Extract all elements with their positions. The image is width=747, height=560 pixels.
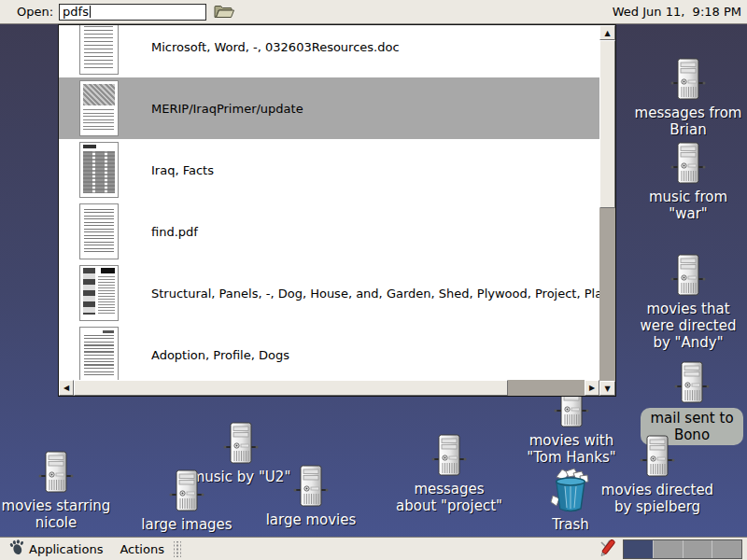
vertical-scrollbar[interactable]: ▲ ▼ bbox=[599, 25, 615, 396]
scroll-right-button[interactable]: ▶ bbox=[585, 380, 599, 396]
desktop-icon-label: movies thatwere directedby "Andy" bbox=[641, 301, 737, 351]
desktop-icon-movies-directed-by-spielberg[interactable]: movies directedby spielberg bbox=[592, 433, 723, 515]
computer-icon bbox=[169, 468, 204, 512]
clock[interactable]: Wed Jun 11, 9:18 PM bbox=[613, 5, 741, 19]
file-list: Microsoft, Word, -, 032603Resources.docM… bbox=[59, 25, 599, 380]
desktop-icon-label: messagesabout "project" bbox=[396, 481, 502, 514]
workspace-switcher bbox=[623, 539, 742, 559]
horizontal-scrollbar-thumb[interactable] bbox=[74, 380, 508, 396]
desktop-screen: messages fromBrian music from"war" movie… bbox=[0, 0, 747, 560]
desktop-icon-music-from-war[interactable]: music from"war" bbox=[623, 140, 747, 222]
list-item-label: Structural, Panels, -, Dog, House, and, … bbox=[151, 287, 599, 301]
desktop-icon-label: movies directedby spielberg bbox=[601, 482, 713, 515]
list-item[interactable]: MERIP/IraqPrimer/update bbox=[59, 77, 599, 139]
desktop-icon-movies-directed-by-andy[interactable]: movies thatwere directedby "Andy" bbox=[623, 252, 747, 351]
gnome-foot-icon bbox=[8, 539, 24, 558]
scroll-up-button[interactable]: ▲ bbox=[599, 25, 615, 40]
desktop-icon-label: movies starringnicole bbox=[2, 497, 111, 531]
list-item[interactable]: Structural, Panels, -, Dog, House, and, … bbox=[59, 262, 599, 324]
workspace-2[interactable] bbox=[654, 540, 684, 558]
computer-icon bbox=[640, 433, 675, 478]
computer-icon bbox=[674, 359, 710, 404]
desktop-icon-large-images[interactable]: large images bbox=[121, 468, 252, 533]
list-item-label: MERIP/IraqPrimer/update bbox=[151, 102, 303, 116]
horizontal-scrollbar[interactable]: ◀ ▶ bbox=[59, 380, 599, 396]
horizontal-scrollbar-trough[interactable] bbox=[74, 380, 585, 396]
computer-icon bbox=[670, 140, 706, 185]
list-item[interactable]: Adoption, Profile, Dogs bbox=[59, 324, 599, 380]
workspace-4[interactable] bbox=[712, 540, 741, 558]
applications-menu[interactable]: Applications bbox=[0, 538, 111, 560]
desktop-icon-label: messages fromBrian bbox=[635, 105, 742, 138]
actions-menu[interactable]: Actions bbox=[111, 538, 173, 560]
document-thumbnail bbox=[79, 25, 119, 75]
document-thumbnail bbox=[79, 265, 119, 321]
list-item-label: Iraq, Facts bbox=[151, 163, 214, 177]
desktop-icon-movies-starring-nicole[interactable]: movies starringnicole bbox=[0, 449, 121, 531]
computer-icon bbox=[670, 252, 706, 297]
list-item-label: Microsoft, Word, -, 032603Resources.doc bbox=[151, 40, 400, 54]
vertical-scrollbar-thumb[interactable] bbox=[599, 40, 615, 208]
computer-icon bbox=[670, 56, 706, 101]
text-caret bbox=[90, 6, 91, 18]
document-thumbnail bbox=[79, 203, 119, 259]
trash-icon bbox=[549, 468, 592, 512]
list-item-label: Adoption, Profile, Dogs bbox=[151, 348, 289, 362]
computer-icon bbox=[223, 420, 259, 465]
desktop-icon-label: music from"war" bbox=[649, 189, 727, 222]
desktop-icon-label: large movies bbox=[266, 511, 357, 528]
vertical-scrollbar-trough[interactable] bbox=[599, 40, 615, 381]
desktop-icon-label: large images bbox=[141, 516, 232, 533]
list-item[interactable]: find.pdf bbox=[59, 201, 599, 262]
desktop-icon-messages-from-brian[interactable]: messages fromBrian bbox=[623, 56, 747, 138]
top-panel: Open: pdfs Wed Jun 11, 9:18 PM bbox=[0, 0, 747, 24]
folder-icon bbox=[214, 7, 234, 21]
desktop-icon-large-movies[interactable]: large movies bbox=[246, 463, 376, 528]
workspace-3[interactable] bbox=[684, 540, 713, 558]
search-input[interactable]: pdfs bbox=[59, 4, 206, 21]
open-label: Open: bbox=[17, 5, 53, 19]
list-item[interactable]: Microsoft, Word, -, 032603Resources.doc bbox=[59, 25, 599, 77]
computer-icon bbox=[431, 432, 467, 477]
scroll-left-button[interactable]: ◀ bbox=[59, 380, 74, 396]
bottom-panel: Applications Actions bbox=[0, 537, 747, 560]
list-item[interactable]: Iraq, Facts bbox=[59, 139, 599, 201]
search-results-dropdown: Microsoft, Word, -, 032603Resources.docM… bbox=[58, 24, 616, 397]
computer-icon bbox=[293, 463, 329, 508]
document-thumbnail bbox=[79, 80, 119, 136]
list-item-label: find.pdf bbox=[151, 225, 198, 239]
computer-icon bbox=[38, 449, 74, 494]
applications-menu-label: Applications bbox=[29, 542, 103, 556]
panel-drag-handle[interactable] bbox=[174, 541, 181, 557]
desktop-icon-messages-about-project[interactable]: messagesabout "project" bbox=[384, 432, 514, 514]
search-input-value: pdfs bbox=[63, 5, 89, 19]
actions-menu-label: Actions bbox=[120, 542, 164, 556]
scroll-down-button[interactable]: ▼ bbox=[599, 381, 615, 396]
red-pen-icon[interactable] bbox=[599, 539, 617, 558]
document-thumbnail bbox=[79, 327, 119, 380]
document-thumbnail bbox=[79, 142, 119, 198]
desktop-icon-label: Trash bbox=[552, 516, 589, 533]
open-folder-button[interactable] bbox=[214, 5, 234, 19]
workspace-1[interactable] bbox=[624, 540, 654, 558]
